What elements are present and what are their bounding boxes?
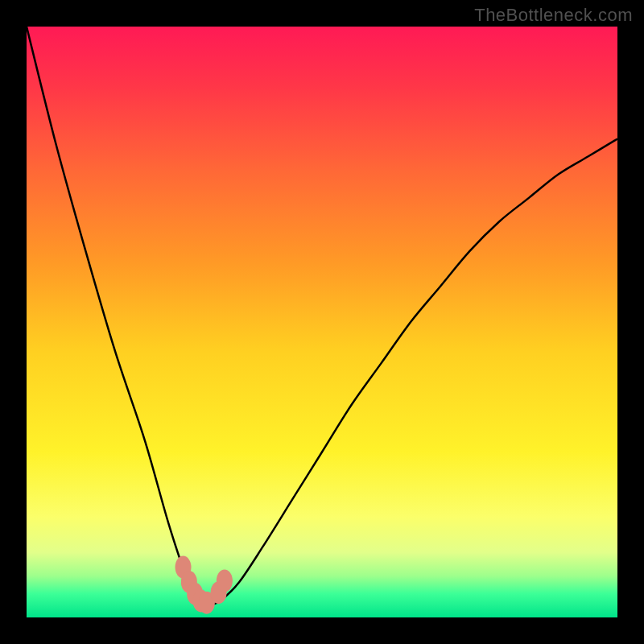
gradient-background [27,27,617,617]
watermark-text: TheBottleneck.com [474,5,633,26]
marker-point [217,569,233,592]
plot-area [27,27,617,617]
plot-svg [27,27,617,617]
chart-frame: TheBottleneck.com [0,0,644,644]
